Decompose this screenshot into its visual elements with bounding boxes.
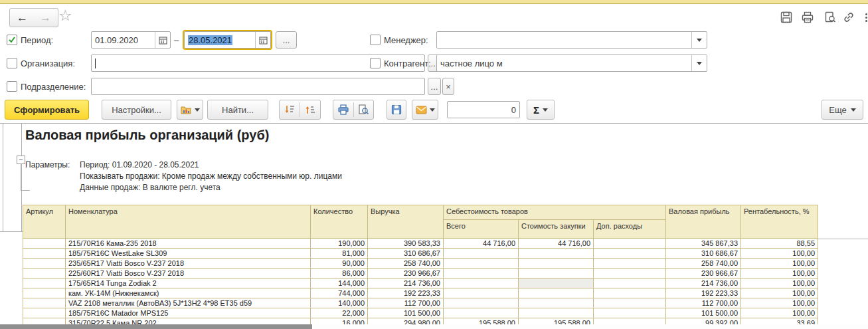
cell-cost_total[interactable] (444, 308, 519, 318)
cell-artikul[interactable] (23, 259, 66, 269)
manager-dropdown-button[interactable] (691, 32, 707, 48)
cell-name[interactable]: 185/75R16C WestLake SL309 (66, 249, 311, 259)
cell-gross[interactable]: 258 740,00 (666, 259, 741, 269)
cell-artikul[interactable] (23, 308, 66, 318)
cell-gross[interactable]: 112 700,00 (666, 298, 741, 308)
cell-cost_total[interactable] (444, 288, 519, 298)
department-checkbox[interactable] (7, 81, 17, 92)
cell-cost_purchase[interactable] (519, 308, 594, 318)
col-header-qty[interactable]: Количество (311, 205, 368, 239)
cell-cost_extra[interactable] (594, 308, 666, 318)
cell-margin[interactable]: 100,00 (741, 288, 818, 298)
cell-revenue[interactable]: 101 500,00 (368, 308, 444, 318)
sort-desc-button[interactable] (280, 104, 300, 115)
cell-margin[interactable]: 100,00 (741, 269, 818, 278)
report-variants-button[interactable] (177, 100, 203, 120)
period-more-button[interactable]: ... (276, 31, 297, 49)
forward-button[interactable]: → (33, 8, 58, 27)
kebab-menu-icon[interactable] (858, 9, 868, 25)
link-button[interactable] (841, 9, 857, 25)
cell-artikul[interactable] (23, 298, 66, 308)
cell-margin[interactable]: 100,00 (741, 278, 818, 288)
organization-checkbox[interactable] (7, 58, 17, 68)
print-report-button[interactable] (333, 104, 353, 115)
horizontal-scrollbar[interactable] (0, 324, 868, 329)
calendar-button[interactable] (155, 32, 170, 48)
cell-cost_total[interactable] (444, 259, 519, 269)
cell-gross[interactable]: 230 966,67 (666, 269, 741, 278)
cell-cost_total[interactable] (444, 278, 519, 288)
cell-revenue[interactable]: 310 686,67 (368, 249, 444, 259)
settings-button[interactable]: Настройки... (102, 100, 171, 120)
col-header-margin[interactable]: Рентабельность, % (741, 205, 818, 239)
col-header-revenue[interactable]: Выручка (368, 205, 444, 239)
scrollbar-thumb[interactable] (0, 324, 312, 329)
cell-name[interactable]: 215/70R16 Кама-235 2018 (66, 239, 311, 249)
cell-revenue[interactable]: 230 966,67 (368, 269, 444, 278)
cell-name[interactable]: 235/65R17 Viatti Bosco V-237 2018 (66, 259, 311, 269)
cell-cost_extra[interactable] (594, 269, 666, 278)
cell-gross[interactable]: 310 686,67 (666, 249, 741, 259)
more-button[interactable]: Еще (822, 100, 863, 120)
cell-gross[interactable]: 214 736,00 (666, 278, 741, 288)
counter-input[interactable]: 0 (447, 101, 520, 118)
counterparty-field[interactable]: частное лицо м (436, 55, 707, 72)
cell-cost_total[interactable] (444, 249, 519, 259)
col-header-gross[interactable]: Валовая прибыль (666, 205, 741, 239)
period-to-field[interactable]: 28.05.2021 (184, 31, 271, 49)
cell-name[interactable]: 225/60R17 Viatti Bosco V-237 2018 (66, 269, 311, 278)
sort-asc-button[interactable] (300, 104, 320, 115)
cell-artikul[interactable] (23, 239, 66, 249)
cell-revenue[interactable]: 390 583,33 (368, 239, 444, 249)
cell-qty[interactable]: 144,000 (311, 278, 368, 288)
cell-name[interactable]: 185/75R16C Matador MPS125 (66, 308, 311, 318)
cell-qty[interactable]: 22,000 (311, 308, 368, 318)
cell-cost_extra[interactable] (594, 259, 666, 269)
cell-margin[interactable]: 100,00 (741, 249, 818, 259)
department-more-button[interactable]: ... (428, 78, 441, 95)
cell-name[interactable]: кам. УК-14М (Нижнекамск) (66, 288, 311, 298)
cell-cost_extra[interactable] (594, 278, 666, 288)
cell-cost_purchase[interactable] (519, 298, 594, 308)
cell-revenue[interactable]: 258 740,00 (368, 259, 444, 269)
cell-artikul[interactable] (23, 269, 66, 278)
cell-revenue[interactable]: 112 700,00 (368, 298, 444, 308)
cell-cost_purchase[interactable] (519, 249, 594, 259)
cell-cost_purchase[interactable] (519, 278, 594, 288)
cell-revenue[interactable]: 192 223,33 (368, 288, 444, 298)
cell-cost_extra[interactable] (594, 298, 666, 308)
cell-gross[interactable]: 101 500,00 (666, 308, 741, 318)
cell-qty[interactable]: 90,000 (311, 259, 368, 269)
cell-qty[interactable]: 86,000 (311, 269, 368, 278)
col-header-cost-extra[interactable]: Доп. расходы (594, 220, 666, 239)
cell-cost_extra[interactable] (594, 288, 666, 298)
cell-artikul[interactable] (23, 278, 66, 288)
cell-cost_total[interactable]: 44 716,00 (444, 239, 519, 249)
cell-cost_total[interactable] (444, 298, 519, 308)
manager-field[interactable] (436, 31, 707, 49)
cell-artikul[interactable] (23, 249, 66, 259)
cell-revenue[interactable]: 214 736,00 (368, 278, 444, 288)
cell-artikul[interactable] (23, 288, 66, 298)
department-field[interactable] (91, 78, 425, 95)
cell-cost_purchase[interactable] (519, 269, 594, 278)
period-from-field[interactable]: 01.09.2020 (91, 31, 171, 49)
preview-button[interactable] (822, 9, 838, 25)
manager-checkbox[interactable] (370, 35, 381, 45)
cell-cost_purchase[interactable] (519, 288, 594, 298)
cell-cost_purchase[interactable]: 44 716,00 (519, 239, 594, 249)
cell-qty[interactable]: 190,000 (311, 239, 368, 249)
cell-margin[interactable]: 100,00 (741, 298, 818, 308)
department-clear-button[interactable]: × (442, 78, 454, 95)
collapse-minus-icon[interactable]: − (17, 156, 25, 164)
cell-margin[interactable]: 100,00 (741, 259, 818, 269)
col-header-cost-total[interactable]: Всего (444, 220, 519, 239)
cell-cost_extra[interactable] (594, 249, 666, 259)
calendar-button[interactable] (255, 32, 270, 48)
cell-qty[interactable]: 81,000 (311, 249, 368, 259)
find-button[interactable]: Найти... (207, 100, 268, 120)
star-icon[interactable]: ☆ (58, 7, 72, 25)
cell-name[interactable]: VAZ 2108 металлик (АвтоВАЗ) 5J*13H2 4*98… (66, 298, 311, 308)
cell-cost_total[interactable] (444, 269, 519, 278)
cell-qty[interactable]: 744,000 (311, 288, 368, 298)
